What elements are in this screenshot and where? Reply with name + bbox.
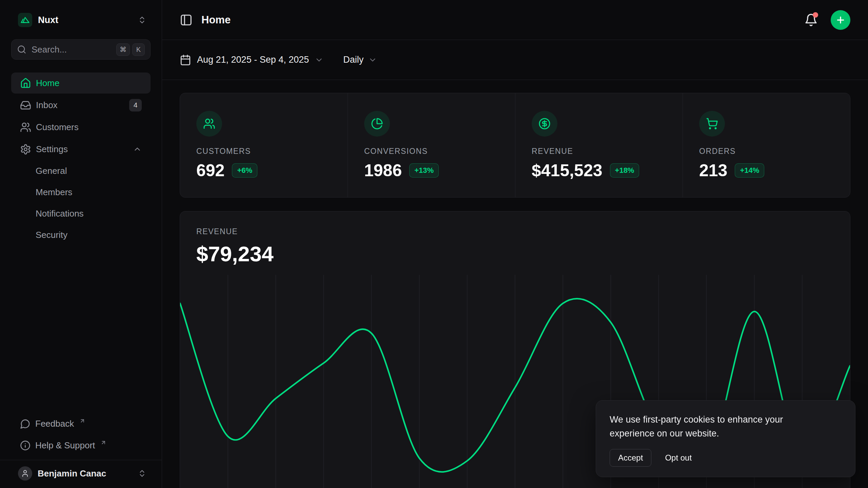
notification-dot [813, 12, 818, 18]
page-title: Home [201, 14, 231, 26]
user-menu[interactable]: Benjamin Canac [0, 460, 162, 488]
accept-button[interactable]: Accept [610, 449, 651, 467]
stat-value: $415,523 [532, 161, 603, 180]
page-header: Home [162, 0, 868, 40]
stat-orders[interactable]: ORDERS 213 +14% [683, 93, 850, 197]
avatar [18, 466, 32, 481]
team-switcher[interactable]: Nuxt [11, 13, 151, 27]
calendar-icon [180, 54, 191, 66]
sidebar-spacer [11, 245, 151, 413]
team-name: Nuxt [38, 15, 58, 25]
interval-select[interactable]: Daily [343, 55, 377, 65]
inbox-icon [20, 100, 31, 111]
users-icon [20, 122, 31, 133]
stat-delta-badge: +14% [735, 163, 764, 178]
sidebar: Nuxt Search... ⌘ K Home Inbox 4 [0, 0, 162, 488]
stat-value: 692 [196, 161, 224, 180]
stat-label: REVENUE [532, 147, 666, 156]
user-name: Benjamin Canac [38, 468, 106, 479]
sidebar-item-general[interactable]: General [11, 161, 151, 181]
sidebar-subitem-label: General [36, 166, 67, 176]
stat-revenue[interactable]: REVENUE $415,523 +18% [515, 93, 683, 197]
stat-label: ORDERS [699, 147, 834, 156]
stat-value: 213 [699, 161, 727, 180]
sidebar-item-settings[interactable]: Settings [11, 139, 151, 160]
revenue-label: REVENUE [196, 227, 834, 236]
stat-customers[interactable]: CUSTOMERS 692 +6% [180, 93, 348, 197]
date-range-value: Aug 21, 2025 - Sep 4, 2025 [197, 55, 309, 65]
plus-icon [835, 15, 846, 25]
cookie-actions: Accept Opt out [610, 449, 842, 467]
chevron-up-icon [133, 145, 142, 154]
chat-bubble-icon [20, 419, 31, 429]
kbd-cmd: ⌘ [116, 43, 130, 56]
sidebar-item-notifications[interactable]: Notifications [11, 203, 151, 224]
sidebar-item-members[interactable]: Members [11, 182, 151, 202]
search-icon [17, 45, 26, 54]
header-actions [804, 10, 850, 30]
search-placeholder: Search... [32, 44, 67, 55]
sidebar-toggle-icon[interactable] [180, 14, 193, 26]
sidebar-subitem-label: Notifications [36, 208, 84, 219]
sidebar-item-security[interactable]: Security [11, 225, 151, 245]
home-icon [20, 78, 31, 89]
users-icon [196, 111, 222, 137]
cookie-banner: We use first-party cookies to enhance yo… [596, 400, 855, 477]
chart-pie-icon [364, 111, 390, 137]
date-range-picker[interactable]: Aug 21, 2025 - Sep 4, 2025 [180, 54, 323, 66]
sidebar-subitem-label: Members [36, 187, 72, 198]
circle-dollar-icon [532, 111, 557, 137]
filters-toolbar: Aug 21, 2025 - Sep 4, 2025 Daily [162, 40, 868, 80]
external-link-icon [79, 418, 85, 424]
stat-value: 1986 [364, 161, 402, 180]
chevrons-up-down-icon [138, 16, 146, 24]
search-shortcut: ⌘ K [116, 43, 145, 56]
add-button[interactable] [831, 10, 850, 30]
external-link-icon [100, 440, 106, 446]
stat-delta-badge: +18% [610, 163, 639, 178]
stat-delta-badge: +13% [409, 163, 439, 178]
revenue-value: $79,234 [196, 242, 834, 266]
sidebar-item-customers[interactable]: Customers [11, 117, 151, 138]
feedback-link[interactable]: Feedback [11, 413, 151, 434]
sidebar-item-label: Home [36, 78, 59, 88]
stat-label: CONVERSIONS [364, 147, 499, 156]
stat-label: CUSTOMERS [196, 147, 331, 156]
cookie-message: We use first-party cookies to enhance yo… [610, 413, 813, 440]
notifications-button[interactable] [804, 13, 818, 27]
kbd-k: K [132, 43, 145, 56]
feedback-label: Feedback [35, 419, 74, 429]
sidebar-item-label: Customers [36, 122, 79, 133]
stats-card: CUSTOMERS 692 +6% CONVERSIONS 1986 +13% [180, 93, 850, 198]
sidebar-footer: Feedback Help & Support [11, 413, 151, 460]
inbox-count-badge: 4 [129, 99, 142, 111]
search-input[interactable]: Search... ⌘ K [11, 39, 151, 60]
stat-delta-badge: +6% [232, 163, 257, 178]
sidebar-item-home[interactable]: Home [11, 73, 151, 94]
sidebar-item-label: Inbox [36, 100, 58, 110]
chevron-down-icon [368, 56, 377, 64]
info-circle-icon [20, 440, 31, 451]
sidebar-item-inbox[interactable]: Inbox 4 [11, 95, 151, 116]
chevron-down-icon [315, 56, 323, 64]
gear-icon [20, 144, 31, 155]
nuxt-logo-icon [18, 13, 32, 27]
stat-conversions[interactable]: CONVERSIONS 1986 +13% [348, 93, 515, 197]
sidebar-item-label: Settings [36, 144, 68, 155]
help-support-link[interactable]: Help & Support [11, 435, 151, 456]
sidebar-subitem-label: Security [36, 230, 67, 240]
help-support-label: Help & Support [35, 440, 95, 451]
interval-value: Daily [343, 55, 363, 65]
sidebar-nav: Home Inbox 4 Customers Settings Ge [11, 73, 151, 245]
shopping-cart-icon [699, 111, 725, 137]
opt-out-button[interactable]: Opt out [663, 449, 694, 466]
chevrons-up-down-icon [138, 469, 146, 478]
